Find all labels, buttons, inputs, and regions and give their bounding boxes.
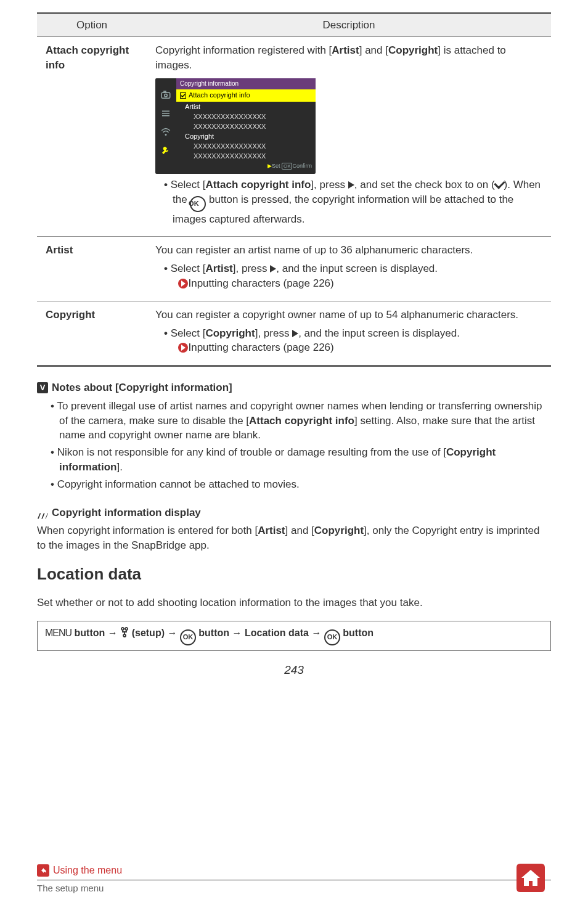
svg-point-1 <box>165 94 168 97</box>
wrench-icon <box>160 145 171 156</box>
svg-point-8 <box>123 634 126 637</box>
options-table: Option Description Attach copyright info… <box>37 12 551 367</box>
camera-ui-preview: Copyright information Attach copyright i… <box>155 78 316 173</box>
edit-icon <box>37 509 48 517</box>
right-arrow-icon <box>270 265 276 272</box>
svg-point-6 <box>165 134 167 136</box>
link-icon <box>178 279 188 289</box>
note-item: To prevent illegal use of artist names a… <box>51 399 551 443</box>
note-item: Copyright information cannot be attached… <box>51 477 551 492</box>
right-arrow-icon <box>292 330 298 337</box>
row-artist-label: Artist <box>37 237 147 301</box>
copyright-bullet: Select [Copyright], press , and the inpu… <box>164 326 542 356</box>
menu-text: MENU <box>45 628 71 638</box>
note-item: Nikon is not responsible for any kind of… <box>51 445 551 475</box>
back-link[interactable]: Using the menu <box>37 864 122 877</box>
home-icon[interactable] <box>510 858 551 898</box>
row-copyright-label: Copyright <box>37 301 147 366</box>
row-attach-label: Attach copyright info <box>37 36 147 237</box>
display-p: When copyright information is entered fo… <box>37 523 551 553</box>
row-attach-desc: Copyright information registered with [A… <box>147 36 551 237</box>
svg-rect-0 <box>161 93 170 99</box>
menu-path: MENU button → (setup) → OK button → Loca… <box>37 621 551 651</box>
ok-icon: OK <box>190 196 206 212</box>
location-heading: Location data <box>37 563 551 585</box>
artist-bullet: Select [Artist], press , and the input s… <box>164 261 542 291</box>
footer-sub: The setup menu <box>37 880 551 895</box>
back-icon <box>37 864 49 877</box>
row-copyright-desc: You can register a copyright owner name … <box>147 301 551 366</box>
link-inputting[interactable]: Inputting characters (page 226) <box>188 342 333 353</box>
display-heading: Copyright information display <box>37 506 551 520</box>
settings-icon <box>160 108 171 119</box>
svg-rect-5 <box>162 115 169 117</box>
th-option: Option <box>37 14 147 37</box>
ok-icon: OK <box>324 629 340 645</box>
svg-rect-3 <box>162 111 169 112</box>
th-desc: Description <box>147 14 551 37</box>
link-icon <box>178 343 188 353</box>
panel-footer: ▶Set OKConfirm <box>176 161 316 171</box>
setup-icon <box>120 626 129 641</box>
location-p: Set whether or not to add shooting locat… <box>37 596 551 610</box>
page-number: 243 <box>37 662 551 679</box>
right-arrow-icon <box>348 181 354 189</box>
svg-rect-4 <box>162 113 169 115</box>
svg-rect-2 <box>164 91 166 92</box>
ok-icon: OK <box>180 629 196 645</box>
note-badge-icon: V <box>37 382 48 393</box>
camera-icon <box>160 89 171 100</box>
check-icon <box>494 178 505 189</box>
panel-title: Copyright information <box>176 78 316 89</box>
link-inputting[interactable]: Inputting characters (page 226) <box>188 277 333 289</box>
row-artist-desc: You can register an artist name of up to… <box>147 237 551 301</box>
wireless-icon <box>160 126 171 137</box>
notes-heading: VNotes about [Copyright information] <box>37 380 551 395</box>
attach-bullet: Select [Attach copyright info], press , … <box>164 178 542 227</box>
panel-highlight: Attach copyright info <box>176 89 316 101</box>
